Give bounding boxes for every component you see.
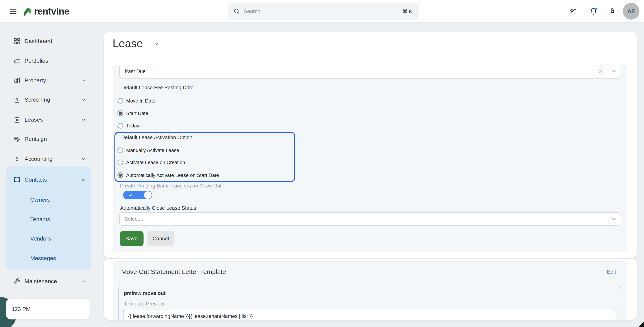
sidebar-item-vendors[interactable]: Vendors xyxy=(6,232,91,245)
sidebar-item-dashboard[interactable]: Dashboard xyxy=(6,35,91,48)
leases-icon xyxy=(13,116,21,124)
radio-icon xyxy=(118,172,123,178)
contacts-icon xyxy=(13,176,21,184)
sidebar-item-portfolios[interactable]: Portfolios xyxy=(6,54,91,67)
sidebar-item-property[interactable]: Property xyxy=(6,74,91,87)
search-shortcut: ⌘ K xyxy=(402,8,412,14)
chevron-down-icon xyxy=(81,97,86,102)
sidebar-item-maintenance[interactable]: Maintenance xyxy=(6,275,91,288)
portfolios-icon xyxy=(13,57,21,64)
brand-name: rentvine xyxy=(34,6,69,17)
select-divider xyxy=(607,68,607,75)
select-chevron-down-icon[interactable] xyxy=(611,216,617,222)
bell-icon xyxy=(589,7,598,16)
check-icon xyxy=(128,192,133,198)
radio-activate-on-creation[interactable]: Activate Lease on Creation xyxy=(118,158,185,167)
brand-logo[interactable]: rentvine xyxy=(24,6,69,17)
sparkles-icon xyxy=(568,7,578,16)
accounting-icon: $ xyxy=(13,155,21,163)
edit-template-link[interactable]: Edit xyxy=(607,268,616,275)
move-out-template-card: Move Out Statement Letter Template Edit … xyxy=(104,259,637,320)
radio-icon xyxy=(118,160,123,165)
search-icon xyxy=(234,8,240,14)
radio-icon xyxy=(118,110,123,116)
select-chevron-down-icon[interactable] xyxy=(611,68,617,74)
dashboard-icon xyxy=(13,38,21,45)
toggle-knob xyxy=(144,191,152,199)
rocket-icon xyxy=(608,7,617,16)
rentsign-icon xyxy=(13,135,21,143)
hamburger-icon xyxy=(9,7,17,16)
ai-assistant-button[interactable] xyxy=(568,7,578,16)
topbar: rentvine ⌘ K xyxy=(0,0,644,23)
svg-text:$: $ xyxy=(16,156,18,162)
hamburger-menu-button[interactable] xyxy=(9,7,17,16)
template-box: pmimw move out Template Preview: {{ leas… xyxy=(118,286,621,320)
lease-settings-card: Lease Past Due Default Lease Fee P xyxy=(104,32,637,258)
clear-selection-icon[interactable] xyxy=(598,68,604,74)
lease-status-value: Past Due xyxy=(120,68,146,74)
sidebar-item-tenants[interactable]: Tenants xyxy=(6,213,91,226)
sidebar-item-leases[interactable]: Leases xyxy=(6,113,91,126)
title-chevron-down-icon[interactable] xyxy=(153,41,159,47)
close-status-placeholder: Select... xyxy=(120,216,143,222)
radio-icon xyxy=(118,123,123,128)
template-preview-content: {{ lease.forwardingName }}{{ lease.tenan… xyxy=(128,314,253,319)
chevron-down-icon xyxy=(81,78,86,83)
sidebar-item-accounting[interactable]: $ Accounting xyxy=(6,152,91,166)
radio-icon xyxy=(118,98,123,104)
bank-transfers-label: Create Pending Bank Transfers on Move Ou… xyxy=(120,182,222,189)
notifications-button[interactable] xyxy=(589,7,598,16)
save-button[interactable]: Save xyxy=(120,231,144,246)
chevron-down-icon xyxy=(81,279,86,284)
global-search[interactable]: ⌘ K xyxy=(228,3,418,20)
template-section-title: Move Out Statement Letter Template xyxy=(121,267,226,276)
sidebar-item-rentsign[interactable]: Rentsign xyxy=(6,132,91,146)
radio-today[interactable]: Today xyxy=(118,121,139,130)
activation-option-label: Default Lease Activation Option xyxy=(121,134,192,141)
template-preview-field[interactable]: {{ lease.forwardingName }}{{ lease.tenan… xyxy=(123,310,616,320)
radio-start-date[interactable]: Start Date xyxy=(118,109,148,118)
template-name: pmimw move out xyxy=(124,290,166,296)
chevron-up-icon xyxy=(81,177,86,182)
radio-auto-activate-start-date[interactable]: Automatically Activate Lease on Start Da… xyxy=(118,171,219,180)
clock-widget: 123 PM xyxy=(6,299,90,320)
app-root: rentvine ⌘ K xyxy=(0,0,644,327)
radio-icon xyxy=(118,148,123,153)
sidebar-item-screening[interactable]: Screening xyxy=(6,93,91,106)
fee-posting-date-label: Default Lease Fee Posting Date xyxy=(121,84,194,91)
mouse-cursor xyxy=(638,321,644,327)
radio-move-in-date[interactable]: Move In Date xyxy=(118,96,156,105)
chevron-down-icon xyxy=(81,117,86,122)
notification-dot xyxy=(594,8,596,10)
cancel-button[interactable]: Cancel xyxy=(147,231,174,246)
clock-time: 123 PM xyxy=(12,306,30,312)
chevron-down-icon xyxy=(81,156,86,162)
screening-icon xyxy=(13,96,21,104)
template-preview-label: Template Preview: xyxy=(124,301,166,307)
whats-new-button[interactable] xyxy=(608,7,617,16)
close-status-label: Automatically Close Lease Status xyxy=(120,205,196,212)
select-divider xyxy=(607,215,607,223)
lease-settings-form-panel: Past Due Default Lease Fee Posting Date … xyxy=(113,65,627,252)
move-out-template-panel: Move Out Statement Letter Template Edit … xyxy=(113,261,627,320)
sidebar-item-contacts[interactable]: Contacts xyxy=(6,173,91,186)
page-title: Lease xyxy=(112,36,143,51)
sidebar-item-owners[interactable]: Owners xyxy=(6,193,91,206)
close-status-select[interactable]: Select... xyxy=(119,212,621,226)
user-avatar[interactable]: AE xyxy=(623,3,640,20)
search-input[interactable] xyxy=(244,8,399,14)
rentvine-leaf-icon xyxy=(24,6,32,17)
avatar-initials: AE xyxy=(628,8,635,14)
radio-manually-activate[interactable]: Manually Activate Lease xyxy=(118,146,179,155)
lease-status-select[interactable]: Past Due xyxy=(119,65,621,78)
property-icon xyxy=(13,77,21,84)
maintenance-icon xyxy=(13,278,21,285)
sidebar-item-messages[interactable]: Messages xyxy=(6,252,91,265)
bank-transfers-toggle[interactable] xyxy=(123,191,152,199)
